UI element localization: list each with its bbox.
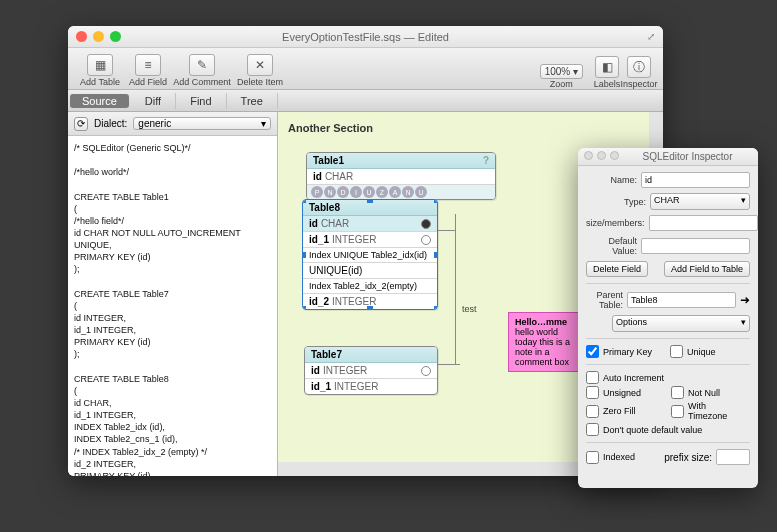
field-row[interactable]: UNIQUE(id) (303, 263, 437, 279)
inspector-button[interactable]: ⓘInspector (623, 56, 655, 89)
body: ⟳ Dialect: generic ▾ /* SQLEditor (Gener… (68, 112, 663, 476)
inspector-body: Name: Type:CHAR▾ size/members: Default V… (578, 166, 758, 476)
dialect-label: Dialect: (94, 118, 127, 129)
connector (455, 214, 456, 364)
tab-source[interactable]: Source (70, 94, 129, 108)
field-row[interactable]: id CHAR (303, 216, 437, 232)
labels-button[interactable]: ◧Labels (591, 56, 623, 89)
inspector-title: SQLEditor Inspector (623, 151, 752, 162)
zoom-select[interactable]: 100% ▾ (540, 64, 583, 79)
options-select[interactable]: Options▾ (612, 315, 750, 332)
dont-quote-checkbox[interactable]: Don't quote default value (586, 423, 746, 436)
connector-label: test (462, 304, 477, 314)
primary-key-checkbox[interactable]: Primary Key (586, 345, 652, 358)
source-pane: ⟳ Dialect: generic ▾ /* SQLEditor (Gener… (68, 112, 278, 476)
table-plus-icon: ▦ (87, 54, 113, 76)
main-window: EveryOptionTestFile.sqs — Edited ⤢ ▦Add … (68, 26, 663, 476)
titlebar: EveryOptionTestFile.sqs — Edited ⤢ (68, 26, 663, 48)
comment-plus-icon: ✎ (189, 54, 215, 76)
pk-icon (421, 366, 431, 376)
info-icon[interactable]: ? (483, 155, 489, 166)
labels-icon: ◧ (595, 56, 619, 78)
entity-table7[interactable]: Table7 id INTEGER id_1 INTEGER (304, 346, 438, 395)
unsigned-checkbox[interactable]: Unsigned (586, 386, 661, 399)
add-comment-button[interactable]: ✎Add Comment (172, 54, 232, 89)
comment-title: Hello…mme (515, 317, 579, 327)
field-row[interactable]: id_1 INTEGER (303, 232, 437, 248)
not-null-checkbox[interactable]: Not Null (671, 386, 746, 399)
goto-icon[interactable]: ➜ (740, 293, 750, 307)
auto-increment-checkbox[interactable]: Auto Increment (586, 371, 746, 384)
inspector-window: SQLEditor Inspector Name: Type:CHAR▾ siz… (578, 148, 758, 488)
connector (438, 364, 460, 365)
traffic-lights (584, 151, 623, 162)
tab-find[interactable]: Find (176, 93, 226, 109)
add-field-button[interactable]: Add Field to Table (664, 261, 750, 277)
field-row[interactable]: Index Table2_idx_2(empty) (303, 279, 437, 294)
comment-box[interactable]: Hello…mme hello world today this is a no… (508, 312, 586, 372)
connector (438, 230, 456, 231)
minimize-icon[interactable] (597, 151, 606, 160)
field-plus-icon: ≡ (135, 54, 161, 76)
entity-table1[interactable]: Table1? id CHAR PNDIUZANU (306, 152, 496, 200)
tab-diff[interactable]: Diff (131, 93, 176, 109)
source-toolbar: ⟳ Dialect: generic ▾ (68, 112, 277, 136)
maximize-icon[interactable] (610, 151, 619, 160)
window-title: EveryOptionTestFile.sqs — Edited (68, 31, 663, 43)
add-table-button[interactable]: ▦Add Table (76, 54, 124, 89)
inspector-icon: ⓘ (627, 56, 651, 78)
pk-icon (421, 219, 431, 229)
toolbar: ▦Add Table ≡Add Field ✎Add Comment ✕Dele… (68, 48, 663, 90)
entity-header[interactable]: Table7 (305, 347, 437, 363)
add-field-button[interactable]: ≡Add Field (124, 54, 172, 89)
with-timezone-checkbox[interactable]: With Timezone (671, 401, 746, 421)
inspector-titlebar: SQLEditor Inspector (578, 148, 758, 166)
section-title: Another Section (288, 122, 653, 134)
badge-row: PNDIUZANU (307, 185, 495, 199)
sql-text[interactable]: /* SQLEditor (Generic SQL)*/ /*hello wor… (68, 136, 277, 476)
size-field[interactable] (649, 215, 758, 231)
indexed-checkbox[interactable]: Indexed (586, 451, 635, 464)
zoom-control: 100% ▾ Zoom (540, 64, 583, 89)
entity-table8[interactable]: Table8 id CHAR id_1 INTEGER Index UNIQUE… (302, 199, 438, 310)
delete-icon: ✕ (247, 54, 273, 76)
name-field[interactable] (641, 172, 750, 188)
dialect-select[interactable]: generic ▾ (133, 117, 271, 130)
type-select[interactable]: CHAR▾ (650, 193, 750, 210)
fk-icon (421, 235, 431, 245)
field-row[interactable]: id_1 INTEGER (305, 379, 437, 394)
delete-field-button[interactable]: Delete Field (586, 261, 648, 277)
delete-item-button[interactable]: ✕Delete Item (232, 54, 288, 89)
field-row[interactable]: id INTEGER (305, 363, 437, 379)
zero-fill-checkbox[interactable]: Zero Fill (586, 401, 661, 421)
parent-table-field[interactable] (627, 292, 736, 308)
close-icon[interactable] (584, 151, 593, 160)
refresh-icon[interactable]: ⟳ (74, 117, 88, 131)
tab-tree[interactable]: Tree (227, 93, 278, 109)
comment-body: hello world today this is a note in a co… (515, 327, 570, 367)
field-row[interactable]: Index UNIQUE Table2_idx(id) (303, 248, 437, 263)
default-value-field[interactable] (641, 238, 750, 254)
prefix-size-field[interactable] (716, 449, 750, 465)
entity-header[interactable]: Table1? (307, 153, 495, 169)
view-tabs: Source Diff Find Tree (68, 90, 663, 112)
unique-checkbox[interactable]: Unique (670, 345, 716, 358)
